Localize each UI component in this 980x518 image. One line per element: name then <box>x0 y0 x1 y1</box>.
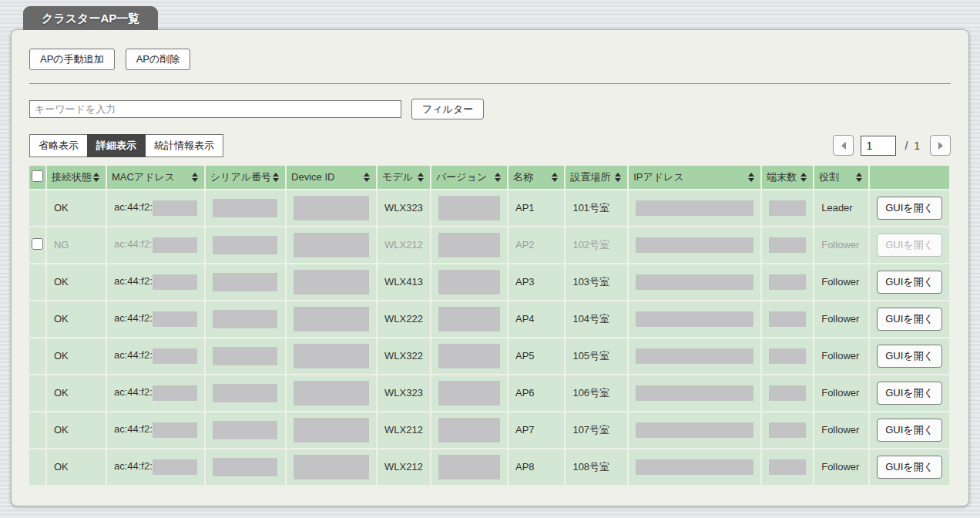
table-row: OKac:44:f2:WLX212AP7107号室FollowerGUIを開く <box>29 412 949 448</box>
open-gui-button[interactable]: GUIを開く <box>877 419 942 442</box>
role-cell: Follower <box>814 264 868 300</box>
table-header-cell: Device ID <box>287 166 376 189</box>
terminal-count-cell <box>762 190 813 226</box>
page-title: クラスターAP一覧 <box>23 6 158 30</box>
redaction-box <box>769 348 806 364</box>
redaction-box <box>213 347 277 365</box>
column-label: Device ID <box>291 171 334 183</box>
prev-page-button[interactable] <box>833 135 854 156</box>
role-cell: Follower <box>814 449 868 485</box>
column-label: 役割 <box>819 170 839 184</box>
sort-icon[interactable] <box>271 171 280 183</box>
model-cell: WLX323 <box>378 190 430 226</box>
sort-icon[interactable] <box>362 171 371 183</box>
view-tab-summary[interactable]: 省略表示 <box>29 134 88 157</box>
device-id-cell <box>287 449 376 485</box>
redaction-box <box>153 422 197 438</box>
sort-icon[interactable] <box>747 171 756 183</box>
filter-button[interactable]: フィルター <box>411 99 484 120</box>
mac-prefix: ac:44:f2: <box>114 201 153 213</box>
open-gui-button: GUIを開く <box>877 234 942 257</box>
name-cell: AP2 <box>508 227 564 263</box>
redaction-box <box>294 381 369 405</box>
open-gui-button[interactable]: GUIを開く <box>877 345 942 368</box>
ip-address-cell <box>629 301 760 337</box>
view-tab-statistics[interactable]: 統計情報表示 <box>145 134 223 157</box>
device-id-cell <box>287 190 376 226</box>
open-gui-button[interactable]: GUIを開く <box>877 456 942 479</box>
sort-icon[interactable] <box>416 171 425 183</box>
row-select-cell <box>29 227 45 263</box>
redaction-box <box>636 459 753 475</box>
mac-address-cell: ac:44:f2: <box>107 338 204 374</box>
ip-address-cell <box>629 338 760 374</box>
divider <box>29 83 951 84</box>
table-row: OKac:44:f2:WLX323AP6106号室FollowerGUIを開く <box>29 375 949 411</box>
role-cell: Follower <box>814 338 868 374</box>
version-cell <box>431 264 507 300</box>
terminal-count-cell <box>762 375 813 411</box>
open-gui-button[interactable]: GUIを開く <box>877 382 942 405</box>
name-cell: AP8 <box>508 449 564 485</box>
keyword-input[interactable] <box>29 100 401 118</box>
ip-address-cell <box>629 264 760 300</box>
column-label: MACアドレス <box>112 170 175 184</box>
version-cell <box>431 375 507 411</box>
row-checkbox[interactable] <box>32 238 43 250</box>
device-id-cell <box>287 264 376 300</box>
sort-icon[interactable] <box>550 171 559 183</box>
redaction-box <box>153 385 197 401</box>
status-cell: OK <box>47 449 106 485</box>
status-cell: OK <box>47 301 106 337</box>
column-label: 設置場所 <box>570 170 610 184</box>
device-id-cell <box>287 301 376 337</box>
column-label: 接続状態 <box>52 170 92 184</box>
model-cell: WLX323 <box>378 375 430 411</box>
location-cell: 103号室 <box>566 264 627 300</box>
sort-icon[interactable] <box>190 171 200 183</box>
sort-icon[interactable] <box>854 171 864 183</box>
column-label: 名称 <box>513 170 533 184</box>
status-cell: OK <box>47 375 106 411</box>
row-select-cell <box>29 264 45 300</box>
sort-icon[interactable] <box>493 171 502 183</box>
select-all-checkbox[interactable] <box>32 170 43 182</box>
toolbar: APの手動追加 APの削除 <box>29 49 951 70</box>
serial-number-cell <box>206 412 285 448</box>
select-all-header-cell <box>29 166 45 189</box>
mac-prefix: ac:44:f2: <box>114 423 153 435</box>
role-cell: Follower <box>814 227 868 263</box>
model-cell: WLX212 <box>378 449 430 485</box>
page-number-input[interactable] <box>861 136 896 156</box>
terminal-count-cell <box>762 338 813 374</box>
version-cell <box>431 338 507 374</box>
mac-address-cell: ac:44:f2: <box>107 449 204 485</box>
add-ap-button[interactable]: APの手動追加 <box>29 49 115 70</box>
redaction-box <box>438 344 500 368</box>
ip-address-cell <box>629 190 760 226</box>
terminal-count-cell <box>762 449 813 485</box>
next-page-button[interactable] <box>930 135 951 156</box>
sort-icon[interactable] <box>613 171 623 183</box>
redaction-box <box>213 273 277 291</box>
sort-icon[interactable] <box>92 171 101 183</box>
open-gui-button[interactable]: GUIを開く <box>877 271 942 294</box>
left-arrow-icon <box>841 142 846 150</box>
redaction-box <box>636 274 753 290</box>
open-gui-button[interactable]: GUIを開く <box>877 197 942 220</box>
redaction-box <box>294 418 369 442</box>
role-cell: Follower <box>814 375 868 411</box>
view-tab-detail[interactable]: 詳細表示 <box>87 134 146 157</box>
row-select-cell <box>29 412 45 448</box>
action-cell: GUIを開く <box>870 190 949 226</box>
open-gui-button[interactable]: GUIを開く <box>877 308 942 331</box>
delete-ap-button[interactable]: APの削除 <box>126 49 191 70</box>
row-select-cell <box>29 338 45 374</box>
column-label: シリアル番号 <box>210 170 271 184</box>
action-cell: GUIを開く <box>870 449 949 485</box>
redaction-box <box>294 233 369 257</box>
sort-icon[interactable] <box>799 171 808 183</box>
redaction-box <box>438 270 500 294</box>
filter-row: フィルター <box>29 99 951 120</box>
mac-prefix: ac:44:f2: <box>114 275 153 287</box>
